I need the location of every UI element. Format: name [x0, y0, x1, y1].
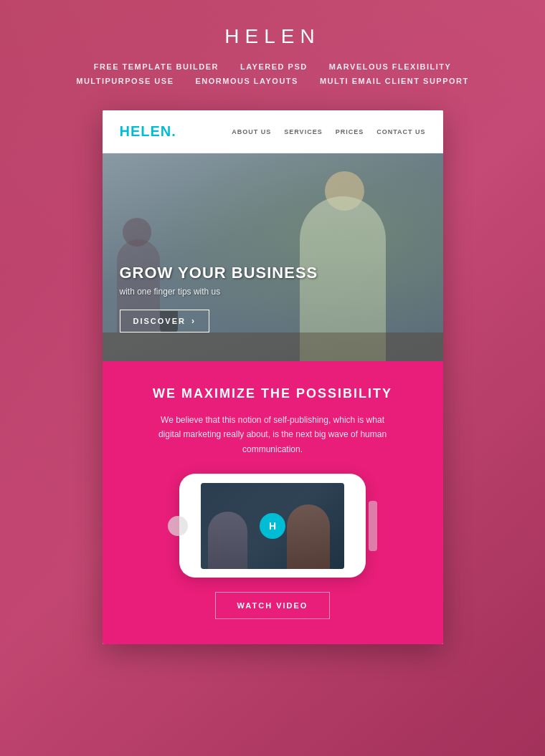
watch-video-button[interactable]: WATCH VIDEO [215, 592, 331, 619]
card-logo: HELEN. [120, 123, 176, 140]
preview-card: HELEN. ABOUT US SERVICES PRICES CONTACT … [103, 110, 443, 644]
nav-link-services[interactable]: SERVICES [284, 128, 322, 135]
play-icon: H [269, 520, 276, 532]
hero-content: GROW YOUR BUSINESS with one finger tips … [120, 264, 318, 332]
phone-person-2 [208, 512, 247, 569]
section-title: WE MAXIMIZE THE POSSIBILITY [131, 386, 414, 401]
logo-text: HELEN [120, 123, 172, 139]
nav-link-prices[interactable]: PRICES [336, 128, 364, 135]
nav-link-contact[interactable]: CONTACT US [376, 128, 425, 135]
card-nav-links: ABOUT US SERVICES PRICES CONTACT US [232, 128, 425, 135]
hero-subtitle: with one finger tips with us [120, 287, 318, 297]
site-name: HELEN [43, 25, 502, 48]
phone-person-1 [287, 504, 330, 569]
card-nav: HELEN. ABOUT US SERVICES PRICES CONTACT … [103, 110, 443, 153]
feature-tag-4: MULTIPURPOSE USE [76, 77, 174, 85]
top-header: HELEN FREE TEMPLATE BUILDER LAYERED PSD … [0, 0, 545, 103]
feature-tag-3: MARVELOUS FLEXIBILITY [329, 62, 452, 71]
phone-mockup: H [179, 474, 366, 578]
pink-section: WE MAXIMIZE THE POSSIBILITY We believe t… [103, 361, 443, 644]
play-button[interactable]: H [260, 513, 285, 539]
feature-tag-6: MULTI EMAIL CLIENT SUPPORT [320, 77, 469, 85]
phone-scrollbar[interactable] [369, 501, 377, 551]
feature-tag-2: LAYERED PSD [240, 62, 308, 71]
hero-table [103, 332, 443, 361]
nav-link-about[interactable]: ABOUT US [232, 128, 271, 135]
phone-prev-button[interactable] [168, 516, 188, 536]
feature-tags: FREE TEMPLATE BUILDER LAYERED PSD MARVEL… [43, 62, 502, 85]
hero-title: GROW YOUR BUSINESS [120, 264, 318, 282]
logo-dot: . [171, 123, 176, 139]
watch-video-label: WATCH VIDEO [237, 601, 308, 610]
discover-button[interactable]: DISCOVER › [120, 310, 209, 332]
phone-screen: H [201, 483, 344, 569]
card-hero: GROW YOUR BUSINESS with one finger tips … [103, 153, 443, 361]
discover-label: DISCOVER [133, 317, 186, 325]
feature-tag-5: ENORMOUS LAYOUTS [196, 77, 298, 85]
section-description: We believe that this notion of self-publ… [151, 413, 394, 456]
feature-tag-1: FREE TEMPLATE BUILDER [94, 62, 219, 71]
arrow-icon: › [191, 316, 196, 326]
